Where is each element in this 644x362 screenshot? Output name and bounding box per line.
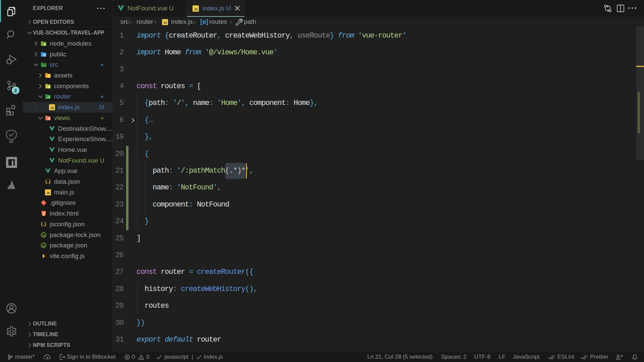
svg-text:JS: JS xyxy=(50,106,54,110)
svg-text:JS: JS xyxy=(46,191,50,195)
svg-text:</>: </> xyxy=(42,64,47,67)
svg-text:JS: JS xyxy=(194,8,198,11)
svg-text:JS: JS xyxy=(163,21,167,24)
svg-text:JS: JS xyxy=(42,234,45,236)
svg-text:JS: JS xyxy=(42,245,45,247)
